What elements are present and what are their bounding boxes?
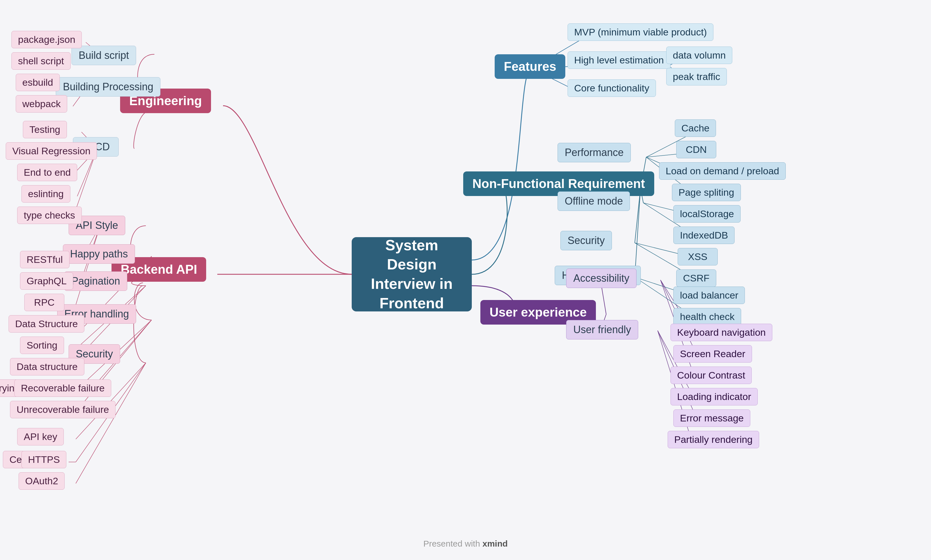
leaf-oauth2: OAuth2: [18, 472, 65, 490]
leaf-cache: Cache: [675, 119, 716, 137]
leaf-partial-rendering: Partially rendering: [667, 431, 759, 448]
footer-brand: xmind: [482, 539, 507, 548]
leaf-indexeddb: IndexedDB: [674, 226, 735, 244]
leaf-webpack: webpack: [16, 95, 67, 112]
leaf-https: HTTPS: [22, 451, 66, 468]
leaf-recov-fail: Recoverable failure: [14, 379, 111, 397]
leaf-end-to-end: End to end: [17, 164, 77, 181]
leaf-load-demand: Load on demand / preload: [659, 162, 786, 180]
svg-line-32: [635, 189, 641, 277]
mindmap-container: System Design Interview in Frontend Engi…: [0, 0, 931, 560]
leaf-unrecov-fail: Unrecoverable failure: [10, 401, 116, 418]
leaf-esbuild: esbuild: [16, 74, 60, 91]
leaf-load-balancer: load balancer: [674, 286, 745, 304]
leaf-high-est: High level estimation: [567, 51, 671, 69]
leaf-mvp: MVP (minimum viable product): [567, 23, 714, 41]
leaf-keyboard-nav: Keyboard navigation: [671, 324, 772, 341]
leaf-api-key: API key: [17, 428, 64, 445]
sub-building-processing: Building Processing: [56, 77, 160, 97]
leaf-csrf: CSRF: [676, 269, 716, 287]
leaf-shell-script: shell script: [11, 52, 71, 70]
leaf-type-checks: type checks: [17, 206, 82, 224]
leaf-health-check: health check: [674, 308, 741, 325]
svg-line-12: [76, 226, 100, 305]
leaf-colour-contrast: Colour Contrast: [671, 366, 752, 384]
leaf-graphql: GraphQL: [20, 272, 73, 290]
leaf-visual-reg: Visual Regression: [6, 142, 97, 160]
svg-line-18: [76, 320, 151, 412]
sub-pagination: Pagination: [64, 271, 127, 291]
sub-build-script: Build script: [71, 46, 136, 65]
leaf-cdn: CDN: [676, 141, 716, 158]
leaf-data-structure: Data Structure: [9, 315, 84, 332]
central-node: System Design Interview in Frontend: [352, 237, 472, 311]
leaf-core-func: Core functionality: [567, 79, 656, 97]
svg-line-31: [635, 189, 641, 243]
leaf-restful: RESTful: [20, 251, 69, 268]
leaf-screen-reader: Screen Reader: [674, 345, 752, 363]
leaf-data-volumn: data volumn: [666, 46, 732, 64]
leaf-page-split: Page spliting: [672, 184, 741, 201]
leaf-peak-traffic: peak traffic: [666, 68, 727, 85]
sub-performance: Performance: [558, 143, 631, 162]
leaf-rpc: RPC: [24, 294, 64, 311]
sub-security-nf: Security: [560, 231, 612, 250]
leaf-package-json: package.json: [11, 31, 82, 48]
leaf-error-message: Error message: [674, 409, 750, 427]
leaf-data-struct2: Data structure: [10, 358, 84, 375]
leaf-eslinting: eslinting: [22, 185, 70, 203]
leaf-loading-indicator: Loading indicator: [671, 388, 758, 405]
sub-accessibility: Accessibility: [566, 269, 637, 288]
sub-user-friendly: User friendly: [566, 320, 638, 339]
footer: Presented with xmind: [423, 539, 507, 549]
sub-happy-paths: Happy paths: [63, 244, 135, 264]
leaf-xss: XSS: [678, 248, 718, 265]
sub-offline: Offline mode: [558, 191, 630, 211]
branch-features: Features: [495, 54, 565, 79]
leaf-localstorage: localStorage: [674, 205, 741, 223]
leaf-testing: Testing: [23, 121, 67, 138]
leaf-sorting: Sorting: [20, 337, 64, 354]
